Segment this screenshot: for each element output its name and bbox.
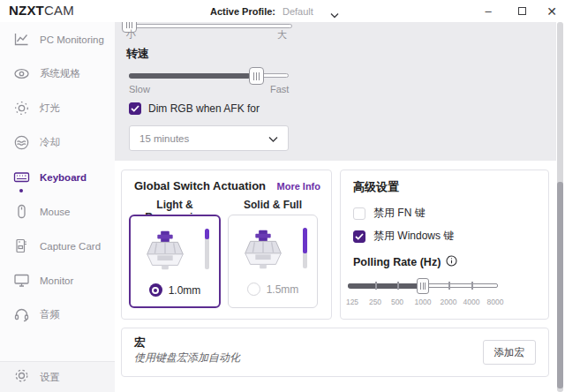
logo-nzxt: NZXT xyxy=(9,3,44,18)
afk-dim-row: Dim RGB when AFK for xyxy=(129,102,260,115)
profile-chevron-down-icon[interactable] xyxy=(330,6,339,22)
mouse-icon xyxy=(13,203,30,220)
keyboard-icon xyxy=(13,169,30,185)
radio-selected-icon[interactable] xyxy=(149,283,162,297)
active-profile-label: Active Profile: xyxy=(210,6,275,17)
disable-fn-checkbox[interactable] xyxy=(353,207,365,220)
active-profile-value[interactable]: Default xyxy=(282,6,313,17)
tick-label: 250 xyxy=(369,298,381,306)
radio-unselected-icon[interactable] xyxy=(247,283,260,296)
disable-fn-row: 禁用 FN 键 xyxy=(353,206,426,221)
sidebar-item-cooling[interactable]: 冷却 xyxy=(0,125,115,160)
scrollbar-thumb[interactable] xyxy=(557,182,563,388)
sidebar-item-audio[interactable]: 音频 xyxy=(0,298,115,332)
line-chart-icon xyxy=(13,31,30,48)
tick-label: 8000 xyxy=(487,298,504,306)
sidebar-item-monitor[interactable]: Monitor xyxy=(0,263,115,298)
nzxt-cam-window: NZXTCAM Active Profile: Default – ✕ PC M… xyxy=(0,0,565,392)
sidebar-item-mouse[interactable]: Mouse xyxy=(0,194,115,229)
sidebar-item-label: PC Monitoring xyxy=(40,34,104,45)
sidebar-item-label: 设置 xyxy=(40,371,60,384)
size-slider-track[interactable] xyxy=(126,24,292,28)
more-info-link[interactable]: More Info xyxy=(277,181,321,192)
app-logo: NZXTCAM xyxy=(9,3,74,18)
macro-title: 宏 xyxy=(134,335,146,351)
logo-cam: CAM xyxy=(44,3,74,18)
actuation-depth-fill xyxy=(205,229,209,239)
sidebar-item-label: 音频 xyxy=(40,308,60,321)
polling-rate-label: Polling Rate (Hz) xyxy=(353,255,457,269)
active-tab-dot xyxy=(19,189,23,192)
key-switch-icon xyxy=(239,225,287,278)
actuation-depth-bar xyxy=(303,228,307,268)
size-min-label: 小 xyxy=(126,28,136,41)
monitor-icon xyxy=(13,272,30,289)
sidebar: PC Monitoring 系统规格 灯光 冷却 Keyboard xyxy=(0,22,115,392)
content-area: 小 大 转速 Slow Fast Dim RGB when AFK for 15… xyxy=(115,22,565,392)
macro-card: 宏 使用键盘宏添加自动化 添加宏 xyxy=(121,328,549,377)
sidebar-item-label: Monitor xyxy=(40,275,73,286)
sidebar-item-label: 灯光 xyxy=(40,102,60,115)
advanced-settings-card: 高级设置 禁用 FN 键 禁用 Windows 键 Polling Rate (… xyxy=(340,170,549,320)
sidebar-item-lighting[interactable]: 灯光 xyxy=(0,91,115,125)
speed-slider-handle[interactable] xyxy=(249,67,264,85)
settings-scroll-panel: 小 大 转速 Slow Fast Dim RGB when AFK for 15… xyxy=(115,22,556,161)
switch-option-name: Solid & Full xyxy=(228,199,318,211)
tick-label: 2000 xyxy=(441,298,457,306)
global-switch-actuation-card: Global Switch Actuation More Info Light … xyxy=(121,170,332,320)
headset-icon xyxy=(13,306,30,323)
speed-slider-track[interactable] xyxy=(129,73,289,79)
afk-dim-label: Dim RGB when AFK for xyxy=(148,102,260,115)
disable-windows-checkbox[interactable] xyxy=(353,230,365,243)
afk-time-value: 15 minutes xyxy=(139,133,268,144)
eye-icon xyxy=(13,65,30,82)
tick-label: 1000 xyxy=(415,298,432,306)
switch-option-light-responsive[interactable]: 1.0mm xyxy=(129,215,221,308)
polling-slider-handle[interactable] xyxy=(417,278,429,294)
tick-label: 500 xyxy=(391,298,403,306)
sidebar-item-label: 冷却 xyxy=(40,136,60,149)
actuation-value: 1.0mm xyxy=(169,284,201,297)
size-max-label: 大 xyxy=(277,28,287,41)
tick-label: 125 xyxy=(346,298,358,306)
actuation-radio-row: 1.5mm xyxy=(229,283,317,296)
close-button[interactable]: ✕ xyxy=(539,0,565,22)
key-switch-icon xyxy=(141,226,189,279)
minimize-glyph: – xyxy=(485,4,491,18)
sidebar-item-label: Keyboard xyxy=(40,172,87,183)
polling-tick-labels: 125 250 500 1000 2000 4000 8000 xyxy=(341,298,550,308)
actuation-value: 1.5mm xyxy=(267,283,299,296)
dropdown-chevron-down-icon xyxy=(268,131,278,147)
sidebar-item-pc-monitoring[interactable]: PC Monitoring xyxy=(0,22,115,57)
disable-windows-row: 禁用 Windows 键 xyxy=(353,229,454,244)
switch-card-title: Global Switch Actuation xyxy=(134,179,266,192)
add-macro-button[interactable]: 添加宏 xyxy=(483,340,537,365)
switch-option-solid-full[interactable]: 1.5mm xyxy=(228,215,318,308)
titlebar: NZXTCAM Active Profile: Default – ✕ xyxy=(0,0,565,22)
advanced-card-title: 高级设置 xyxy=(353,179,399,195)
afk-dim-checkbox[interactable] xyxy=(129,102,141,115)
speed-slider-fill xyxy=(129,73,251,79)
sidebar-item-keyboard[interactable]: Keyboard xyxy=(0,160,115,194)
afk-time-dropdown[interactable]: 15 minutes xyxy=(129,125,289,151)
sidebar-item-label: Capture Card xyxy=(40,241,101,252)
maximize-button[interactable] xyxy=(508,0,535,22)
actuation-depth-fill xyxy=(303,228,307,253)
polling-rate-text: Polling Rate (Hz) xyxy=(353,256,441,268)
sidebar-item-system-specs[interactable]: 系统规格 xyxy=(0,57,115,91)
maximize-glyph xyxy=(518,7,526,15)
minimize-button[interactable]: – xyxy=(475,0,501,22)
sidebar-item-capture-card[interactable]: Capture Card xyxy=(0,229,115,263)
active-profile: Active Profile: Default xyxy=(210,0,313,22)
sidebar-item-settings[interactable]: 设置 xyxy=(0,361,115,392)
actuation-radio-row: 1.0mm xyxy=(131,283,219,297)
disable-windows-label: 禁用 Windows 键 xyxy=(373,229,454,244)
sidebar-item-label: 系统规格 xyxy=(40,67,80,80)
info-icon[interactable] xyxy=(446,255,457,269)
gear-icon xyxy=(13,367,30,388)
disable-fn-label: 禁用 FN 键 xyxy=(373,206,426,221)
macro-subtitle: 使用键盘宏添加自动化 xyxy=(134,351,240,366)
polling-slider-fill xyxy=(348,283,423,289)
close-glyph: ✕ xyxy=(546,4,557,19)
actuation-depth-bar xyxy=(205,229,209,269)
